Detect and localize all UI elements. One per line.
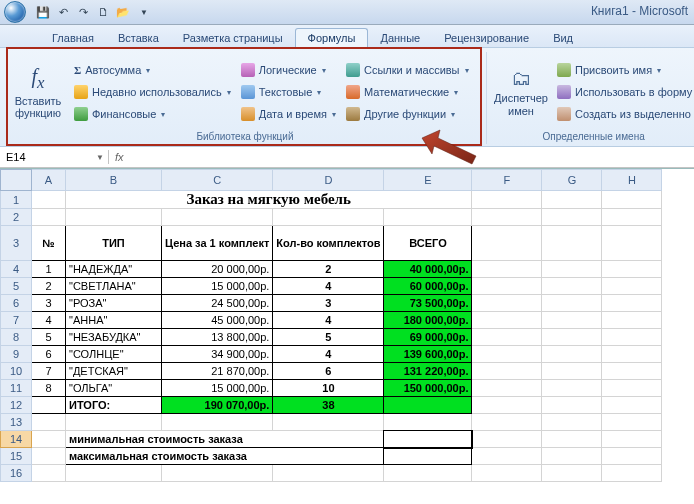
qat-dropdown-icon[interactable]: ▼ — [137, 5, 151, 19]
more-functions-button[interactable]: Другие функции▾ — [344, 104, 471, 124]
new-icon[interactable]: 🗋 — [96, 5, 110, 19]
tab-data[interactable]: Данные — [368, 29, 432, 47]
quick-access-toolbar: 💾 ↶ ↷ 🗋 📂 ▼ — [30, 5, 157, 19]
lookup-icon — [346, 63, 360, 77]
row-header[interactable]: 9 — [1, 346, 32, 363]
define-name-button[interactable]: Присвоить имя▾ — [555, 60, 694, 80]
financial-icon — [74, 107, 88, 121]
name-manager-button[interactable]: 🗂 Диспетчер имен — [493, 54, 549, 130]
row-header[interactable]: 1 — [1, 191, 32, 209]
ribbon-tabs: Главная Вставка Разметка страницы Формул… — [0, 25, 694, 48]
formula-bar: ▼ fx — [0, 147, 694, 168]
redo-icon[interactable]: ↷ — [76, 5, 90, 19]
names-group-label: Определенные имена — [493, 130, 694, 144]
col-header-C[interactable]: C — [162, 170, 273, 191]
tab-insert[interactable]: Вставка — [106, 29, 171, 47]
row-header[interactable]: 8 — [1, 329, 32, 346]
math-icon — [346, 85, 360, 99]
tab-view[interactable]: Вид — [541, 29, 585, 47]
row-header[interactable]: 2 — [1, 209, 32, 226]
formula-input[interactable] — [130, 150, 694, 164]
titlebar: 💾 ↶ ↷ 🗋 📂 ▼ Книга1 - Microsoft — [0, 0, 694, 25]
row-header[interactable]: 16 — [1, 465, 32, 482]
more-icon — [346, 107, 360, 121]
recent-icon — [74, 85, 88, 99]
fx-label-icon[interactable]: fx — [109, 151, 130, 163]
col-header-G[interactable]: G — [542, 170, 602, 191]
col-header-H[interactable]: H — [602, 170, 662, 191]
math-button[interactable]: Математические▾ — [344, 82, 471, 102]
name-box-input[interactable] — [4, 150, 78, 164]
row-header[interactable]: 6 — [1, 295, 32, 312]
name-manager-icon: 🗂 — [511, 67, 531, 90]
name-box[interactable]: ▼ — [0, 150, 109, 164]
define-name-icon — [557, 63, 571, 77]
logical-button[interactable]: Логические▾ — [239, 60, 338, 80]
row-header[interactable]: 5 — [1, 278, 32, 295]
lookup-button[interactable]: Ссылки и массивы▾ — [344, 60, 471, 80]
col-header-F[interactable]: F — [472, 170, 542, 191]
col-header-A[interactable]: A — [32, 170, 66, 191]
use-formula-icon — [557, 85, 571, 99]
datetime-icon — [241, 107, 255, 121]
save-icon[interactable]: 💾 — [36, 5, 50, 19]
financial-button[interactable]: Финансовые▾ — [72, 104, 233, 124]
col-header-D[interactable]: D — [273, 170, 384, 191]
insert-function-button[interactable]: fx Вставить функцию — [10, 54, 66, 130]
col-header-E[interactable]: E — [384, 170, 472, 191]
office-orb-button[interactable] — [4, 1, 26, 23]
ribbon: fx Вставить функцию ΣАвтосумма▾ Недавно … — [0, 48, 694, 147]
create-from-selection-button[interactable]: Создать из выделенно — [555, 104, 694, 124]
select-all-corner[interactable] — [1, 170, 32, 191]
insert-function-label: Вставить функцию — [10, 95, 66, 119]
tab-formulas[interactable]: Формулы — [295, 28, 369, 48]
tab-review[interactable]: Рецензирование — [432, 29, 541, 47]
tab-pagelayout[interactable]: Разметка страницы — [171, 29, 295, 47]
logical-icon — [241, 63, 255, 77]
datetime-button[interactable]: Дата и время▾ — [239, 104, 338, 124]
row-header[interactable]: 13 — [1, 414, 32, 431]
open-icon[interactable]: 📂 — [116, 5, 130, 19]
row-header[interactable]: 11 — [1, 380, 32, 397]
active-cell[interactable] — [384, 431, 472, 448]
col-header-B[interactable]: B — [66, 170, 162, 191]
tab-home[interactable]: Главная — [40, 29, 106, 47]
sheet-title[interactable]: Заказ на мягкую мебель — [66, 191, 472, 209]
window-title: Книга1 - Microsoft — [591, 4, 688, 18]
autosum-button[interactable]: ΣАвтосумма▾ — [72, 60, 233, 80]
text-button[interactable]: Текстовые▾ — [239, 82, 338, 102]
namebox-dropdown-icon[interactable]: ▼ — [96, 153, 104, 162]
recent-button[interactable]: Недавно использовались▾ — [72, 82, 233, 102]
text-icon — [241, 85, 255, 99]
create-sel-icon — [557, 107, 571, 121]
row-header[interactable]: 10 — [1, 363, 32, 380]
row-header[interactable]: 4 — [1, 261, 32, 278]
row-header[interactable]: 3 — [1, 226, 32, 261]
worksheet[interactable]: A B C D E F G H 1 Заказ на мягкую мебель… — [0, 168, 694, 482]
row-header[interactable]: 14 — [1, 431, 32, 448]
row-header[interactable]: 15 — [1, 448, 32, 465]
library-group-label: Библиотека функций — [10, 130, 480, 144]
fx-icon: fx — [32, 65, 45, 93]
row-header[interactable]: 7 — [1, 312, 32, 329]
undo-icon[interactable]: ↶ — [56, 5, 70, 19]
row-header[interactable]: 12 — [1, 397, 32, 414]
use-formula-button[interactable]: Использовать в форму — [555, 82, 694, 102]
